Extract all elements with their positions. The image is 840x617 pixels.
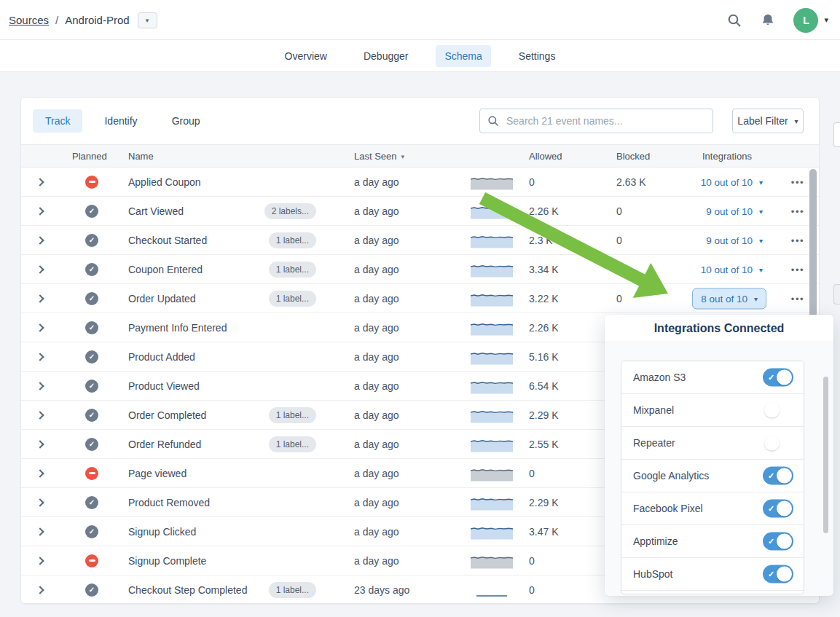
integrations-dropdown[interactable]: 9 out of 10▾ (706, 235, 763, 245)
row-expand-chevron-icon[interactable] (37, 179, 43, 185)
row-expand-chevron-icon[interactable] (37, 412, 43, 418)
planned-check-icon: ✓ (85, 496, 98, 509)
integrations-dropdown[interactable]: 9 out of 10▾ (706, 205, 763, 216)
kebab-menu-icon[interactable]: ••• (791, 293, 804, 304)
column-header-name: Name (128, 151, 154, 162)
sparkline-chart (471, 465, 513, 482)
tab-overview[interactable]: Overview (276, 45, 336, 67)
labels-badge[interactable]: 2 labels... (264, 203, 316, 219)
row-expand-chevron-icon[interactable] (37, 267, 43, 272)
blocked-count: 0 (616, 235, 622, 246)
type-tab-track[interactable]: Track (33, 109, 82, 133)
integrations-count: 8 out of 10 (701, 293, 747, 304)
planned-check-icon: ✓ (85, 292, 98, 305)
sparkline-chart (471, 407, 513, 423)
integration-name: HubSpot (633, 568, 672, 580)
last-seen-value: a day ago (354, 322, 399, 334)
allowed-count: 0 (529, 555, 535, 567)
integration-toggle-mixpanel[interactable]: ✓ (763, 401, 793, 420)
kebab-menu-icon[interactable]: ••• (791, 205, 804, 216)
integrations-dropdown[interactable]: 10 out of 10▾ (701, 264, 763, 275)
integrations-dropdown[interactable]: 8 out of 10▾ (692, 288, 766, 309)
last-seen-value: a day ago (354, 205, 399, 217)
last-seen-value: a day ago (354, 380, 399, 392)
sparkline-chart (471, 436, 513, 452)
column-header-last-seen[interactable]: Last Seen ▾ (354, 151, 404, 162)
integration-toggle-repeater[interactable]: ✓ (763, 434, 793, 452)
source-switcher-button[interactable]: ▾ (138, 12, 157, 28)
table-row: Applied Coupona day ago02.63 K10 out of … (21, 168, 819, 197)
check-icon: ✓ (768, 570, 774, 579)
event-name: Order Completed (128, 409, 206, 421)
labels-badge[interactable]: 1 label... (269, 436, 316, 452)
allowed-count: 2.26 K (529, 205, 558, 217)
toggle-knob (777, 501, 792, 516)
notifications-bell-icon[interactable] (760, 12, 776, 28)
blocked-count: 2.63 K (616, 176, 645, 188)
label-filter-button[interactable]: Label Filter ▾ (732, 109, 804, 133)
row-expand-chevron-icon[interactable] (37, 500, 43, 506)
row-expand-chevron-icon[interactable] (37, 383, 43, 389)
event-search-input[interactable] (505, 114, 705, 127)
last-seen-value: 23 days ago (354, 584, 409, 596)
row-expand-chevron-icon[interactable] (37, 325, 43, 331)
caret-down-icon: ▾ (146, 17, 149, 24)
integration-toggle-google-analytics[interactable]: ✓ (763, 467, 793, 485)
caret-down-icon: ▾ (759, 178, 763, 186)
type-tab-group[interactable]: Group (160, 109, 213, 133)
labels-badge[interactable]: 1 label... (269, 232, 316, 248)
last-seen-value: a day ago (354, 409, 399, 421)
integration-toggle-facebook-pixel[interactable]: ✓ (763, 500, 793, 518)
kebab-menu-icon[interactable]: ••• (791, 235, 804, 245)
row-expand-chevron-icon[interactable] (37, 558, 43, 564)
integrations-dropdown[interactable]: 10 out of 10▾ (701, 176, 763, 187)
tab-debugger[interactable]: Debugger (355, 45, 417, 67)
popup-scrollbar-thumb[interactable] (823, 377, 828, 533)
labels-badge[interactable]: 1 label... (269, 262, 316, 278)
caret-down-icon: ▾ (759, 265, 763, 273)
row-expand-chevron-icon[interactable] (37, 237, 43, 243)
row-expand-chevron-icon[interactable] (37, 441, 43, 447)
sparkline-chart (471, 378, 513, 394)
caret-down-icon: ▾ (824, 15, 828, 25)
clipped-edge-element (833, 284, 840, 304)
planned-blocked-icon (85, 467, 98, 480)
column-header-allowed: Allowed (529, 151, 562, 162)
toggle-knob (764, 436, 780, 451)
breadcrumb-separator: / (55, 14, 58, 26)
row-expand-chevron-icon[interactable] (37, 587, 43, 593)
breadcrumb-sources-link[interactable]: Sources (9, 14, 49, 26)
integration-toggle-apptimize[interactable]: ✓ (763, 532, 793, 551)
row-expand-chevron-icon[interactable] (37, 529, 43, 535)
last-seen-value: a day ago (354, 293, 399, 304)
row-expand-chevron-icon[interactable] (37, 471, 43, 476)
sparkline-chart (471, 524, 513, 540)
kebab-menu-icon[interactable]: ••• (791, 264, 804, 275)
labels-badge[interactable]: 1 label... (269, 407, 316, 423)
allowed-count: 0 (529, 176, 535, 188)
sort-caret-icon: ▾ (401, 152, 405, 160)
row-expand-chevron-icon[interactable] (37, 296, 43, 302)
tab-settings[interactable]: Settings (510, 45, 565, 67)
type-tab-identify[interactable]: Identify (92, 109, 149, 133)
planned-check-icon: ✓ (85, 438, 98, 451)
avatar[interactable]: L (793, 8, 818, 33)
toggle-knob (764, 403, 780, 418)
integration-toggle-hubspot[interactable]: ✓ (763, 565, 793, 583)
account-menu[interactable]: L ▾ (793, 8, 828, 33)
row-expand-chevron-icon[interactable] (37, 208, 43, 214)
integration-toggle-amazon-s3[interactable]: ✓ (763, 369, 793, 387)
planned-check-icon: ✓ (85, 321, 98, 334)
event-name: Product Removed (128, 497, 210, 508)
search-icon[interactable] (726, 12, 742, 28)
allowed-count: 0 (529, 468, 535, 479)
row-expand-chevron-icon[interactable] (37, 354, 43, 360)
integration-row: Amazon S3✓ (621, 361, 804, 394)
tab-schema[interactable]: Schema (436, 45, 490, 67)
blocked-count: 0 (616, 205, 622, 217)
allowed-count: 2.29 K (529, 409, 558, 421)
labels-badge[interactable]: 1 label... (269, 582, 316, 598)
kebab-menu-icon[interactable]: ••• (791, 176, 804, 187)
labels-badge[interactable]: 1 label... (269, 291, 316, 307)
clipped-edge-element (833, 122, 840, 147)
